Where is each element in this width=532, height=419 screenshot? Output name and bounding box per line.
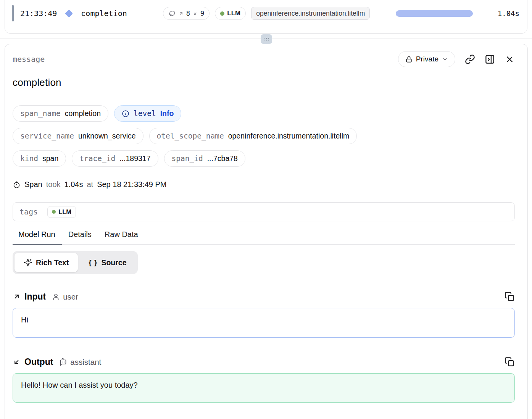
selection-indicator-bar: [12, 5, 14, 21]
input-label: Input: [24, 292, 46, 302]
arrow-down-left-icon: [13, 358, 21, 366]
arrow-up-right-icon: [179, 11, 184, 16]
user-icon: [52, 293, 60, 301]
lock-icon: [405, 56, 413, 63]
level-info-pill: level Info: [114, 105, 181, 122]
tags-box[interactable]: tags LLM: [13, 202, 515, 221]
detail-tabs: Model Run Details Raw Data: [13, 230, 515, 245]
input-tokens: 8: [186, 10, 190, 17]
copy-icon: [505, 357, 515, 367]
close-panel-button[interactable]: [505, 54, 515, 64]
close-icon: [505, 54, 515, 64]
timing-datetime: Sep 18 21:33:49 PM: [97, 180, 166, 189]
page-title: completion: [13, 77, 515, 89]
view-mode-toggle: Rich Text { } Source: [13, 251, 138, 274]
chevron-down-icon: [442, 56, 448, 62]
input-role: user: [52, 292, 78, 301]
span-type-diamond-icon: [65, 9, 73, 17]
privacy-dropdown-button[interactable]: Private: [398, 51, 455, 67]
trace-row-card: 21:33:49 completion 8 9: [5, 0, 527, 34]
info-icon: [122, 110, 129, 118]
copy-link-button[interactable]: [465, 54, 475, 64]
output-label: Output: [24, 357, 53, 367]
copy-output-button[interactable]: [505, 357, 515, 367]
attr-span-id-pill: span_id ...7cba78: [164, 150, 245, 167]
span-duration: 1.04s: [490, 9, 519, 18]
source-toggle-button[interactable]: { } Source: [79, 253, 135, 272]
span-detail-panel: message Private: [5, 44, 528, 419]
drag-handle[interactable]: [261, 34, 272, 44]
observation-type-label: message: [13, 55, 45, 64]
latency-bar: [396, 10, 473, 17]
arrow-down-left-icon: [193, 11, 198, 16]
output-section: Output assistant: [13, 357, 515, 403]
output-content-box: Hello! How can I assist you today?: [13, 373, 515, 403]
otel-scope-badge: openinference.instrumentation.litellm: [251, 7, 370, 20]
timing-duration: 1.04s: [64, 180, 83, 189]
trace-span-row[interactable]: 21:33:49 completion 8 9: [20, 6, 519, 21]
expand-side-panel-button[interactable]: [485, 54, 495, 64]
attr-span-name-pill: span_name completion: [13, 105, 108, 122]
arrow-up-right-icon: [13, 293, 21, 301]
span-timing-line: Span took 1.04s at Sep 18 21:33:49 PM: [13, 180, 515, 189]
tab-raw-data[interactable]: Raw Data: [98, 230, 145, 244]
rich-text-toggle-button[interactable]: Rich Text: [15, 253, 78, 272]
attr-trace-id-pill: trace_id ...189317: [72, 150, 158, 167]
privacy-label: Private: [416, 55, 438, 63]
input-header: Input user: [13, 292, 515, 302]
llm-tag-label: LLM: [227, 10, 240, 17]
panel-right-icon: [485, 54, 495, 64]
token-usage-badge: 8 9: [163, 7, 210, 20]
attr-kind-pill: kind span: [13, 150, 66, 167]
panel-header: message Private: [13, 51, 515, 67]
attribute-badges: span_name completion level Info service_…: [13, 105, 515, 167]
sparkles-icon: [24, 258, 32, 267]
panel-header-controls: Private: [398, 51, 515, 67]
grip-dots-icon: [263, 37, 269, 41]
link-icon: [465, 54, 475, 64]
llm-tag-badge: LLM: [215, 7, 246, 20]
braces-icon: { }: [89, 258, 97, 267]
tags-label: tags: [19, 207, 38, 216]
input-content-box: Hi: [13, 308, 515, 338]
copy-icon: [505, 292, 515, 302]
tab-details[interactable]: Details: [62, 230, 98, 244]
input-section: Input user Hi: [13, 292, 515, 338]
attr-otel-scope-pill: otel_scope_name openinference.instrument…: [149, 128, 357, 144]
bot-icon: [59, 358, 67, 366]
coin-icon: [168, 10, 176, 17]
span-name: completion: [81, 9, 127, 18]
output-header: Output assistant: [13, 357, 515, 367]
output-role: assistant: [59, 358, 101, 367]
green-dot-icon: [220, 11, 224, 16]
timer-icon: [13, 180, 21, 189]
trace-badges: 8 9 LLM openinference.instrumentation.li…: [163, 7, 370, 20]
output-tokens: 9: [200, 10, 204, 17]
attr-service-name-pill: service_name unknown_service: [13, 128, 143, 144]
copy-input-button[interactable]: [505, 292, 515, 302]
green-dot-icon: [52, 210, 56, 214]
tab-model-run[interactable]: Model Run: [13, 230, 62, 244]
tag-llm-pill: LLM: [47, 206, 76, 218]
span-timestamp: 21:33:49: [20, 9, 57, 18]
